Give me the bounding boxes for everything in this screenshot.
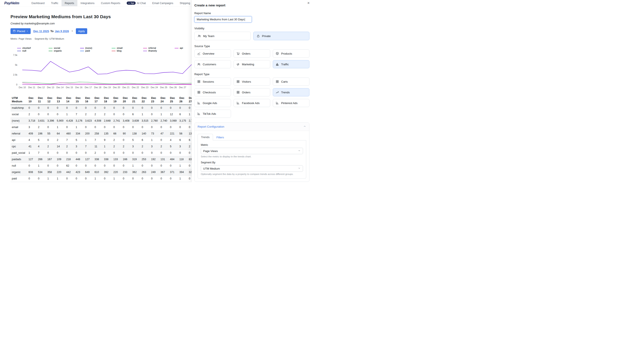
- date-from-link[interactable]: Dec 11 2025: [33, 29, 49, 33]
- legend-swatch: [49, 51, 52, 51]
- report-type-option-trends[interactable]: Trends: [273, 88, 310, 96]
- table-cell: 0: [37, 111, 46, 118]
- nav-item-label: Dashboard: [31, 2, 45, 5]
- source-type-option-marketing[interactable]: Marketing: [234, 60, 270, 68]
- report-type-option-facebook-ads[interactable]: Facebook Ads: [234, 99, 270, 107]
- svg-text:0: 0: [16, 83, 17, 86]
- report-type-option-google-ads[interactable]: Google Ads: [194, 99, 231, 107]
- table-cell: 0: [46, 137, 55, 143]
- nav-item-traffic[interactable]: Traffic: [48, 0, 61, 6]
- table-cell: 133: [112, 156, 122, 163]
- placed-button[interactable]: Placed: [10, 28, 31, 34]
- table-cell: 0: [150, 111, 159, 118]
- table-cell: 253: [140, 156, 150, 163]
- apply-button[interactable]: Apply: [76, 28, 87, 34]
- tab-trends[interactable]: Trends: [198, 134, 213, 141]
- table-cell: 0: [93, 163, 103, 169]
- table-cell: 1: [84, 137, 93, 143]
- option-label: Checkouts: [203, 91, 216, 94]
- table-cell: 0: [150, 175, 159, 182]
- metric-select[interactable]: Page Views: [201, 148, 303, 154]
- app-logo[interactable]: PayHelm: [4, 1, 19, 5]
- report-configuration-header[interactable]: Report Configuration: [195, 123, 309, 131]
- legend-swatch: [17, 51, 21, 51]
- box-icon: [276, 52, 279, 55]
- grid-icon: [236, 91, 240, 94]
- table-cell: 4,508: [93, 118, 103, 124]
- nav-item-dashboard[interactable]: Dashboard: [28, 0, 48, 6]
- report-type-options: SessionsVisitorsCartsCheckoutsOrdersTren…: [194, 77, 310, 118]
- row-label: paid_social: [10, 150, 27, 156]
- table-cell: 0: [140, 124, 150, 130]
- table-cell: 127: [84, 156, 93, 163]
- report-type-option-orders[interactable]: Orders: [234, 88, 270, 96]
- column-header: Dec 23: [150, 96, 159, 105]
- report-type-option-tiktok-ads[interactable]: TikTok Ads: [194, 110, 231, 118]
- legend-column: emailblog: [112, 47, 143, 52]
- close-icon[interactable]: ×: [307, 1, 310, 5]
- nav-item-email-campaigns[interactable]: Email Campaigns: [149, 0, 177, 6]
- row-label: mailchimp: [10, 105, 27, 111]
- metric-select-value: Page Views: [203, 149, 218, 153]
- nav-item-integrations[interactable]: Integrations: [77, 0, 98, 6]
- date-range-picker[interactable]: Dec 11 2025 To Jan 9 2026: [33, 29, 73, 33]
- legend-label: null: [22, 50, 26, 52]
- table-cell: 0: [140, 150, 150, 156]
- nav-item-ai-chat[interactable]: Try!AI Chat: [123, 0, 149, 6]
- legend-swatch: [175, 48, 179, 49]
- table-cell: 0: [131, 124, 140, 130]
- source-type-option-overview[interactable]: Overview: [194, 49, 231, 58]
- legend-item: null: [17, 50, 49, 52]
- table-cell: 0: [159, 105, 169, 111]
- table-cell: 0: [112, 105, 122, 111]
- source-type-option-orders[interactable]: Orders: [234, 49, 270, 58]
- table-cell: 5: [169, 143, 178, 150]
- source-type-option-traffic[interactable]: Traffic: [273, 60, 310, 68]
- svg-text:Dec 17: Dec 17: [85, 86, 92, 89]
- report-name-input[interactable]: Marketing Mediums from Last 30 Days: [194, 16, 252, 23]
- nav-item-shipping[interactable]: Shipping: [177, 0, 193, 6]
- table-cell: 3,069: [169, 118, 178, 124]
- table-cell: 0: [169, 105, 178, 111]
- nav-item-custom-reports[interactable]: Custom Reports: [98, 0, 123, 6]
- svg-text:Dec 22: Dec 22: [132, 86, 139, 89]
- tab-filters[interactable]: Filters: [213, 134, 227, 141]
- option-label: Products: [281, 52, 292, 55]
- nav-item-reports[interactable]: Reports: [61, 0, 77, 6]
- table-cell: 0: [37, 175, 46, 182]
- table-cell: 166: [122, 156, 131, 163]
- table-cell: 0: [122, 111, 131, 118]
- table-cell: 0: [131, 175, 140, 182]
- calendar-icon: [13, 29, 16, 33]
- table-cell: 0: [84, 124, 93, 130]
- ads-chart-icon: [197, 112, 201, 115]
- table-cell: 0: [84, 175, 93, 182]
- table-cell: 1: [178, 163, 187, 169]
- column-header: Dec 25: [169, 96, 178, 105]
- report-type-option-carts[interactable]: Carts: [273, 77, 310, 86]
- table-cell: 1: [37, 163, 46, 169]
- visibility-option-my-team[interactable]: My Team: [194, 32, 251, 40]
- table-cell: 3,176: [74, 118, 84, 124]
- table-cell: 47: [159, 130, 169, 137]
- table-cell: 0: [74, 163, 84, 169]
- row-label: organic: [10, 169, 27, 175]
- table-cell: 0: [46, 111, 55, 118]
- table-cell: 73: [150, 130, 159, 137]
- report-type-option-sessions[interactable]: Sessions: [194, 77, 231, 86]
- report-type-option-checkouts[interactable]: Checkouts: [194, 88, 231, 96]
- report-type-option-visitors[interactable]: Visitors: [234, 77, 270, 86]
- table-cell: 2: [37, 124, 46, 130]
- visibility-option-private[interactable]: Private: [253, 32, 310, 40]
- option-label: Sessions: [203, 80, 214, 83]
- source-type-option-customers[interactable]: Customers: [194, 60, 231, 68]
- nav-item-label: AI Chat: [137, 2, 146, 5]
- create-report-drawer: × Create a new report Report Name Market…: [192, 0, 312, 182]
- date-to-link[interactable]: Jan 9 2026: [55, 29, 69, 33]
- table-row: paid_social170000020000000000: [10, 150, 197, 156]
- segment-by-select[interactable]: UTM Medium: [201, 165, 303, 172]
- metric-label: Metric: [201, 144, 303, 146]
- source-type-option-products[interactable]: Products: [273, 49, 310, 58]
- table-cell: 9: [103, 137, 112, 143]
- report-type-option-pinterest-ads[interactable]: Pinterest Ads: [273, 99, 310, 107]
